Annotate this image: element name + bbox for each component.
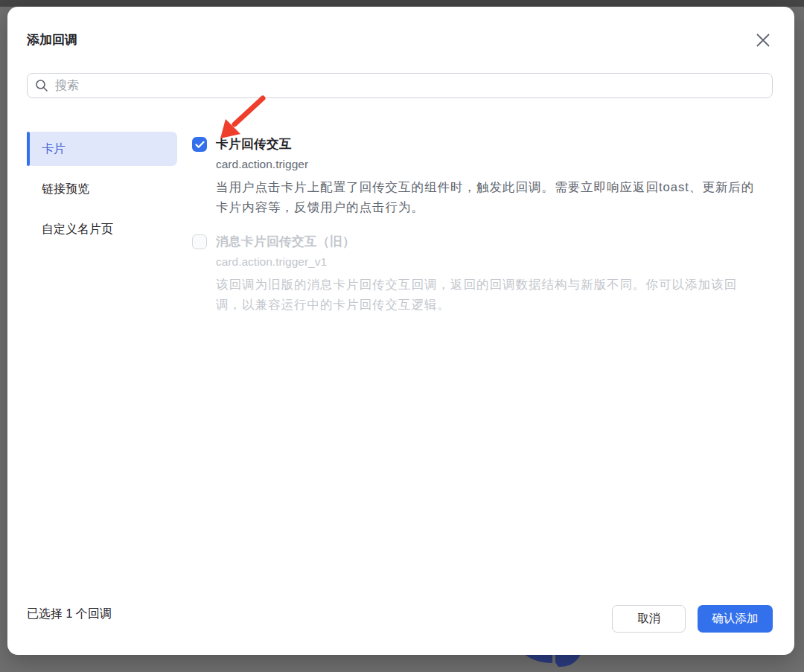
callback-code: card.action.trigger	[216, 158, 308, 171]
callback-title: 消息卡片回传交互（旧）	[216, 234, 355, 250]
close-icon	[755, 32, 771, 48]
sidebar-item-card[interactable]: 卡片	[27, 132, 177, 166]
callback-code: card.action.trigger_v1	[216, 255, 327, 269]
search-input[interactable]	[55, 79, 765, 92]
confirm-add-button[interactable]: 确认添加	[698, 605, 773, 633]
callback-title: 卡片回传交互	[216, 136, 292, 153]
close-button[interactable]	[752, 29, 774, 51]
screen: 添加回调 卡片 链接预览 自定义名片页	[0, 0, 804, 672]
checkbox-unchecked[interactable]	[192, 234, 207, 249]
sidebar-item-label: 自定义名片页	[42, 222, 113, 237]
category-sidebar: 卡片 链接预览 自定义名片页	[27, 132, 177, 252]
cancel-button[interactable]: 取消	[612, 605, 686, 633]
check-icon	[195, 141, 205, 149]
add-callback-dialog: 添加回调 卡片 链接预览 自定义名片页	[7, 7, 794, 655]
sidebar-item-custom-profile[interactable]: 自定义名片页	[27, 212, 177, 246]
sidebar-item-label: 卡片	[42, 141, 66, 157]
callback-description: 当用户点击卡片上配置了回传交互的组件时，触发此回调。需要立即响应返回toast、…	[216, 177, 756, 217]
dialog-title: 添加回调	[27, 31, 77, 48]
search-icon	[35, 79, 48, 92]
active-indicator-bar	[27, 132, 30, 166]
checkbox-checked[interactable]	[192, 137, 207, 152]
callback-description: 该回调为旧版的消息卡片回传交互回调，返回的回调数据结构与新版不同。你可以添加该回…	[216, 275, 756, 315]
selected-count-text: 已选择 1 个回调	[27, 607, 112, 622]
search-box	[27, 73, 773, 98]
sidebar-item-link-preview[interactable]: 链接预览	[27, 172, 177, 206]
sidebar-item-label: 链接预览	[42, 182, 89, 197]
